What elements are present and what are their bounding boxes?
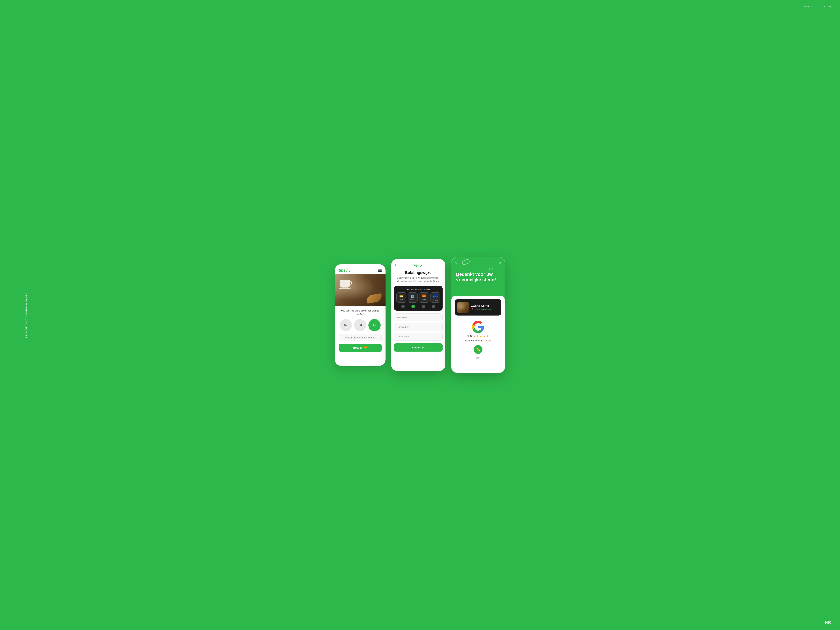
web-app-label: WEB APPLICATION — [803, 5, 831, 8]
tipsy-logo-2: tipsy — [414, 263, 422, 267]
circle-deco — [489, 267, 493, 270]
side-label: PAYMENT PROCESSING WEB APP — [25, 292, 27, 338]
payment-method-card[interactable]: 💳 Card — [396, 292, 406, 303]
sofort-label: Sofort — [422, 299, 426, 301]
google-text-colored: Google — [484, 339, 491, 342]
email-input[interactable] — [394, 323, 442, 331]
screen2-title: Betalingswijze — [395, 270, 442, 275]
giropay-icon: giro pay — [433, 294, 438, 298]
business-info: Zwarte Koffie 📍 Utrecht, Netherlands — [471, 304, 492, 311]
back-button[interactable]: ‹ — [395, 263, 396, 267]
coffee-cup-decoration — [340, 279, 352, 289]
croissant-decoration — [366, 293, 382, 304]
sofort-icon: K. — [422, 295, 426, 298]
screen-1: tipsy Zwarte Koffie 📍 — [335, 264, 385, 366]
tip-5-button[interactable]: €5 — [368, 319, 381, 331]
tip-2-button[interactable]: €2 — [339, 319, 352, 331]
menu-icon[interactable] — [378, 269, 382, 272]
sofort-selection-dot[interactable] — [422, 305, 425, 308]
star-3: ★ — [480, 335, 482, 338]
business-image-inner — [457, 302, 469, 313]
card-icon: 💳 — [399, 294, 403, 298]
payment-method-sofort[interactable]: K. Sofort — [419, 292, 429, 303]
ideal-label: iDEAL — [411, 299, 415, 301]
star-4: ★ — [483, 335, 486, 338]
business-card: Zwarte Koffie 📍 Utrecht, Netherlands — [455, 299, 501, 316]
payment-form: Betalen 5€ — [391, 311, 445, 352]
svg-text:giro pay: giro pay — [433, 295, 437, 297]
ideal-selection-dot[interactable] — [411, 305, 415, 308]
payment-selector: Selecteer uw betaalmethode 💳 Card 🏦 iDEA… — [394, 286, 442, 311]
bank-input[interactable] — [394, 333, 442, 341]
screens-container: tipsy Zwarte Koffie 📍 — [335, 257, 505, 373]
google-review-section: 5.0 ★ ★ ★ ★ ★ Beoordeel ons op Google — [455, 319, 501, 361]
hero-bg — [335, 275, 385, 306]
screen3-top: 〜 〜 × Bedankt voor uw vriendelijke steun… — [451, 257, 505, 292]
payment-method-ideal[interactable]: 🏦 iDEAL — [408, 292, 418, 303]
svg-text:K.: K. — [423, 295, 425, 297]
tip-question: Wat voor fooi wil je geven aan Zwarte Ko… — [339, 309, 382, 316]
wave-deco-1: 〜 — [454, 261, 458, 266]
screen2-header: ‹ tipsy — [391, 259, 445, 268]
star-2: ★ — [476, 335, 479, 338]
screen1-body: Wat voor fooi wil je geven aan Zwarte Ko… — [335, 306, 385, 355]
thank-title: Bedankt voor uw vriendelijke steun! — [455, 272, 501, 283]
payment-selector-label: Selecteer uw betaalmethode — [396, 288, 440, 291]
payment-selection-dots — [396, 305, 440, 308]
business-location: 📍 Utrecht, Netherlands — [471, 308, 492, 311]
location-icon: 📍 — [471, 308, 474, 311]
close-button[interactable]: × — [499, 261, 501, 265]
screen-2: ‹ tipsy Betalingswijze Ons systeem is ve… — [391, 259, 445, 371]
screen2-subtitle: Ons systeem is veilig, we zullen uw info… — [396, 276, 440, 283]
giropay-selection-dot[interactable] — [432, 305, 435, 308]
cup-handle — [350, 281, 352, 284]
business-name: Zwarte Koffie — [471, 304, 492, 308]
tip-3-button[interactable]: €3 — [354, 319, 366, 331]
review-text: Beoordeel ons op Google — [455, 339, 501, 342]
ideal-icon: 🏦 — [411, 294, 415, 298]
star-1: ★ — [473, 335, 476, 338]
oval-deco — [461, 259, 470, 265]
cup-body — [340, 279, 350, 287]
card-label: Card — [399, 299, 403, 301]
hero-image: Zwarte Koffie 📍 Utrecht, Netherlands — [335, 275, 385, 306]
payment-method-giropay[interactable]: giro pay Giropay — [430, 292, 440, 303]
rating-number: 5.0 — [467, 335, 472, 338]
cup-saucer — [339, 288, 351, 289]
tipsy-arc-icon — [348, 270, 351, 272]
tipsy-logo-1: tipsy — [339, 268, 351, 273]
pencil-icon: ✏️ — [476, 347, 480, 351]
wave-deco-2: 〜 — [499, 275, 502, 279]
screen3-body: Zwarte Koffie 📍 Utrecht, Netherlands — [451, 296, 505, 373]
tip-amounts-row: €2 €3 €5 — [339, 319, 382, 331]
stars-display: ★ ★ ★ ★ ★ — [473, 335, 489, 338]
giropay-label: Giropay — [433, 299, 438, 301]
card-selection-dot[interactable] — [401, 305, 405, 308]
star-5: ★ — [486, 335, 489, 338]
screen-3: 〜 〜 × Bedankt voor uw vriendelijke steun… — [451, 257, 505, 373]
first-name-input[interactable] — [394, 313, 442, 321]
edit-button[interactable]: ✏️ — [474, 345, 483, 354]
custom-amount-input[interactable] — [339, 334, 382, 341]
google-logo — [472, 321, 484, 333]
pay-button-1[interactable]: Betalen 🧡 — [339, 344, 382, 352]
screen1-header: tipsy — [335, 264, 385, 275]
heart-icon: 🧡 — [364, 346, 367, 349]
payment-methods-row: 💳 Card 🏦 iDEAL K. Sofort — [396, 292, 440, 303]
rating-row: 5.0 ★ ★ ★ ★ ★ — [455, 335, 501, 338]
close-link[interactable]: close — [455, 357, 501, 359]
pay-button-2[interactable]: Betalen 5€ — [394, 343, 442, 352]
business-image — [457, 302, 469, 313]
nr-label: NR — [825, 620, 831, 625]
